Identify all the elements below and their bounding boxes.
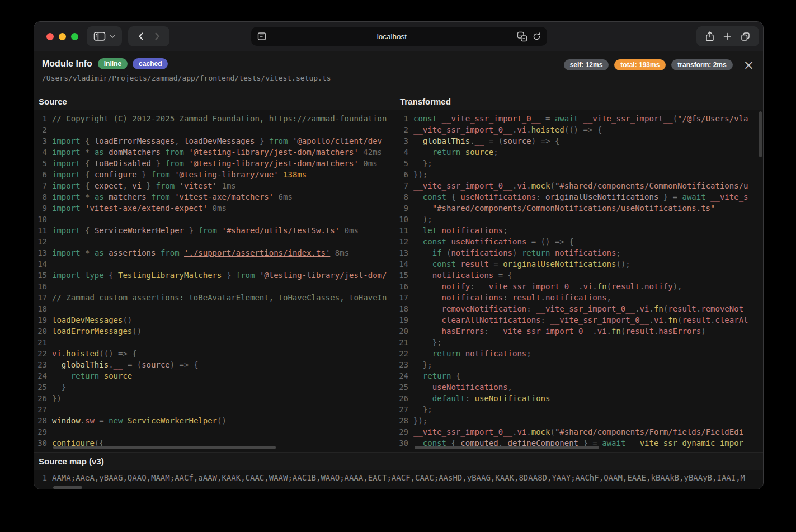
line-number: 15 [395, 270, 413, 281]
line-number: 30 [395, 437, 413, 449]
line-number: 6 [395, 169, 413, 180]
line-number: 18 [395, 303, 413, 314]
sourcemap-section: Source map (v3) 1 AAMA;AAeA,yBAAG,QAAQ,M… [34, 453, 763, 489]
code-text: }; [413, 337, 442, 348]
line-number: 1 [34, 113, 52, 124]
code-line: 15import type { TestingLibraryMatchers }… [34, 270, 395, 281]
code-text: }); [413, 415, 427, 426]
source-horizontal-scrollbar[interactable] [53, 446, 276, 449]
source-code[interactable]: 1// Copyright (C) 2012-2025 Zammad Found… [34, 110, 395, 452]
code-line: 21 }; [395, 337, 763, 348]
transform-time-badge: transform: 2ms [671, 59, 732, 70]
minimize-window-button[interactable] [59, 33, 66, 40]
code-line: 18 [34, 303, 395, 314]
line-number: 7 [34, 180, 52, 191]
line-number: 22 [395, 348, 413, 359]
sourcemap-footer [34, 485, 763, 489]
code-text: const __vite_ssr_import_0__ = await __vi… [413, 113, 748, 124]
transformed-horizontal-scrollbar[interactable] [415, 446, 599, 449]
line-number: 20 [395, 326, 413, 337]
code-text: }); [413, 169, 427, 180]
tab-overview-icon[interactable] [740, 31, 751, 42]
sourcemap-horizontal-scrollbar[interactable] [53, 486, 82, 489]
inline-badge: inline [98, 58, 128, 69]
transformed-vertical-scrollbar[interactable] [759, 111, 762, 157]
zoom-window-button[interactable] [71, 33, 78, 40]
line-number: 2 [395, 124, 413, 135]
line-number: 27 [395, 404, 413, 415]
code-line: 24 return { [395, 370, 763, 382]
line-number: 28 [395, 415, 413, 426]
code-line: 3import { loadErrorMessages, loadDevMess… [34, 135, 395, 147]
line-number: 23 [395, 359, 413, 370]
code-panes: Source 1// Copyright (C) 2012-2025 Zamma… [34, 93, 763, 453]
code-line: 9import 'vitest-axe/extend-expect' 0ms [34, 203, 395, 214]
code-line: 8import * as matchers from 'vitest-axe/m… [34, 191, 395, 203]
code-line: 10 ); [395, 214, 763, 225]
code-line: 14 [34, 258, 395, 270]
code-text: notifications = { [413, 270, 512, 281]
line-number: 6 [34, 169, 52, 180]
line-number: 1 [34, 473, 52, 482]
line-number: 17 [395, 292, 413, 303]
close-window-button[interactable] [46, 33, 54, 40]
new-tab-icon[interactable] [723, 32, 732, 41]
code-text: return source; [413, 147, 498, 158]
transformed-code[interactable]: 1const __vite_ssr_import_0__ = await __v… [395, 110, 763, 452]
code-text: if (notifications) return notifications; [413, 247, 621, 258]
code-text: notifications: result.notifications, [413, 292, 611, 303]
back-button[interactable] [137, 32, 145, 41]
line-number: 11 [395, 225, 413, 236]
code-line: 18 removeNotification: __vite_ssr_import… [395, 303, 763, 314]
code-line: 12 [34, 236, 395, 247]
translate-icon[interactable] [517, 31, 527, 42]
url-text[interactable]: localhost [267, 32, 517, 41]
line-number: 11 [34, 225, 52, 236]
line-number: 29 [34, 426, 52, 437]
code-line: 24 return source [34, 370, 395, 382]
code-text: notify: __vite_ssr_import_0__.vi.fn(resu… [413, 281, 682, 292]
chevron-down-icon[interactable] [110, 35, 115, 39]
code-line: 26}) [34, 393, 395, 404]
code-text: __vite_ssr_import_0__.vi.mock("#shared/c… [413, 180, 748, 191]
code-line: 15 notifications = { [395, 270, 763, 281]
line-number: 19 [395, 314, 413, 326]
code-text: const useNotifications = () => { [413, 236, 574, 247]
code-line: 20loadErrorMessages() [34, 326, 395, 337]
line-number: 8 [34, 191, 52, 203]
code-text: vi.hoisted(() => { [52, 348, 137, 359]
line-number: 4 [395, 147, 413, 158]
code-line: 19loadDevMessages() [34, 314, 395, 326]
cached-badge: cached [133, 58, 168, 69]
forward-button[interactable] [153, 32, 161, 41]
source-pane: Source 1// Copyright (C) 2012-2025 Zamma… [34, 93, 395, 452]
address-bar[interactable]: localhost [251, 27, 547, 46]
total-time-badge: total: 193ms [614, 59, 666, 70]
line-number: 8 [395, 191, 413, 203]
line-number: 24 [395, 370, 413, 382]
close-icon[interactable]: × [743, 60, 754, 69]
line-number: 26 [395, 393, 413, 404]
line-number: 10 [34, 214, 52, 225]
line-number: 12 [395, 236, 413, 247]
reader-view-icon[interactable] [257, 31, 267, 41]
line-number: 26 [34, 393, 52, 404]
code-text: return { [413, 370, 460, 382]
sourcemap-mappings: AAMA;AAeA,yBAAG,QAAQ,MAAM;AACf,aAAW,KAAK… [52, 473, 745, 482]
code-text: __vite_ssr_import_0__.vi.hoisted(() => { [413, 124, 602, 135]
code-line: 11 let notifications; [395, 225, 763, 236]
code-line: 8 const { useNotifications: originalUseN… [395, 191, 763, 203]
share-icon[interactable] [705, 31, 715, 42]
code-text: const { useNotifications: originalUseNot… [413, 191, 748, 203]
reload-icon[interactable] [532, 32, 541, 41]
code-text: loadDevMessages() [52, 314, 132, 326]
sidebar-icon[interactable] [93, 31, 106, 41]
code-text: clearAllNotifications: __vite_ssr_import… [413, 314, 748, 326]
code-line: 29__vite_ssr_import_0__.vi.mock("#shared… [395, 426, 763, 437]
line-number: 13 [34, 247, 52, 258]
code-text: const result = originalUseNotifications(… [413, 258, 630, 270]
code-line: 22vi.hoisted(() => { [34, 348, 395, 359]
line-number: 1 [395, 113, 413, 124]
window-controls [46, 33, 78, 40]
line-number: 13 [395, 247, 413, 258]
